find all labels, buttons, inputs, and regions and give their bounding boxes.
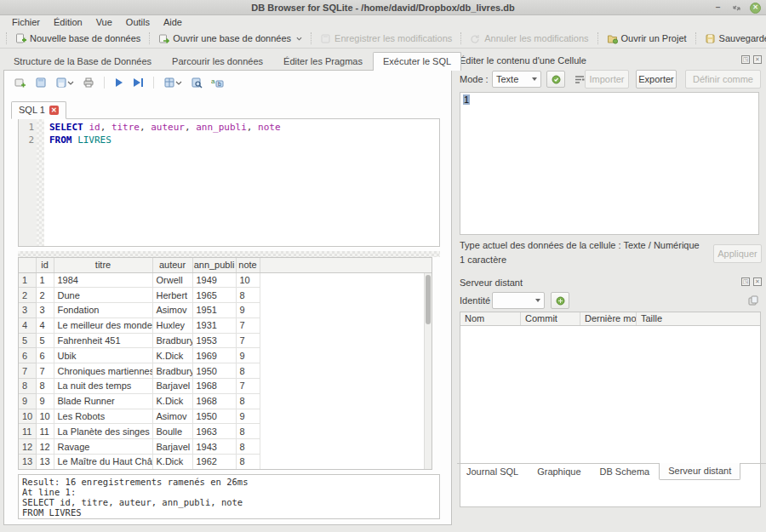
table-cell[interactable]: 8 [236,455,260,470]
table-cell[interactable]: 7 [236,317,260,333]
table-cell[interactable]: 8 [236,288,260,303]
table-row[interactable]: 77Chroniques martiennesBradbury19508 [19,363,432,379]
table-cell[interactable]: Bradbury [152,333,192,348]
table-cell[interactable]: Les Robots [54,409,152,424]
table-cell[interactable]: Dune [54,288,152,303]
row-number-cell[interactable]: 6 [19,348,36,363]
table-cell[interactable]: 6 [36,348,54,363]
tab-execute-sql[interactable]: Exécuter le SQL [373,52,461,71]
float-panel-icon[interactable]: ◳ [741,277,750,286]
row-number-cell[interactable]: 10 [19,409,36,424]
table-cell[interactable]: Boulle [152,424,192,439]
table-cell[interactable]: Ravage [54,439,152,455]
column-header-ann-publi[interactable]: ann_publi [192,258,236,272]
auto-switch-mode-button[interactable] [546,71,565,88]
table-row[interactable]: 55Fahrenheit 451Bradbury19537 [19,333,432,348]
save-results-icon[interactable] [163,77,182,89]
results-grid[interactable]: id titre auteur ann_publi note 111984Orw… [18,257,432,470]
table-cell[interactable]: 10 [36,409,54,424]
table-cell[interactable]: 1962 [192,455,236,470]
table-cell[interactable]: Huxley [152,317,192,333]
open-database-button[interactable]: Ouvrir une base de données [152,30,308,47]
column-header-id[interactable]: id [36,258,54,272]
table-cell[interactable]: 1965 [192,288,236,303]
sql-editor[interactable]: 12 SELECT id, titre, auteur, ann_publi, … [18,118,440,247]
table-cell[interactable]: Le meilleur des mondes [54,317,152,333]
sql-document-tab[interactable]: SQL 1 ✕ [11,101,66,119]
table-cell[interactable]: K.Dick [152,455,192,470]
table-cell[interactable]: 1968 [192,379,236,394]
table-row[interactable]: 1111La Planète des singesBoulle19638 [19,424,432,439]
minimize-button[interactable]: – [712,3,723,14]
table-cell[interactable]: 9 [36,393,54,409]
row-number-cell[interactable]: 12 [19,439,36,455]
table-cell[interactable]: 5 [36,333,54,348]
menu-outils[interactable]: Outils [119,15,157,29]
table-cell[interactable]: 9 [236,348,260,363]
table-cell[interactable]: 10 [236,272,260,288]
table-cell[interactable]: 1950 [192,409,236,424]
table-cell[interactable]: 3 [36,303,54,318]
table-cell[interactable]: Orwell [152,272,192,288]
close-panel-icon[interactable]: ✕ [753,55,762,64]
remote-col-taille[interactable]: Taille [637,312,760,325]
float-panel-icon[interactable]: ◳ [741,55,750,64]
table-cell[interactable]: 1969 [192,348,236,363]
table-cell[interactable]: 1931 [192,317,236,333]
table-cell[interactable]: 1984 [54,272,152,288]
table-cell[interactable]: 1963 [192,424,236,439]
table-cell[interactable]: La Planète des singes [54,424,152,439]
table-row[interactable]: 99Blade RunnerK.Dick19688 [19,393,432,409]
new-database-button[interactable]: Nouvelle base de données [9,30,146,47]
table-cell[interactable]: 9 [236,303,260,318]
column-header-note[interactable]: note [236,258,260,272]
row-number-header[interactable] [19,258,36,272]
tab-structure[interactable]: Structure de la Base de Données [3,52,162,71]
table-cell[interactable]: 7 [36,363,54,379]
scrollbar-thumb[interactable] [426,275,431,324]
table-row[interactable]: 111984Orwell194910 [19,272,432,288]
table-cell[interactable]: 8 [236,424,260,439]
menu-fichier[interactable]: Fichier [5,15,47,29]
table-cell[interactable]: Herbert [152,288,192,303]
editor-code[interactable]: SELECT id, titre, auteur, ann_publi, not… [44,119,439,246]
find-replace-icon[interactable] [191,77,203,89]
restore-button[interactable] [731,3,742,14]
table-cell[interactable]: 1951 [192,303,236,318]
table-cell[interactable]: 1943 [192,439,236,455]
open-sql-file-icon[interactable] [35,77,47,89]
table-cell[interactable]: Blade Runner [54,393,152,409]
table-cell[interactable]: Bradbury [152,363,192,379]
identity-select[interactable] [492,292,545,309]
table-cell[interactable]: 8 [236,363,260,379]
menu-aide[interactable]: Aide [157,15,189,29]
table-cell[interactable]: 4 [36,317,54,333]
menu-edition[interactable]: Édition [47,15,89,29]
table-cell[interactable]: Le Maître du Haut Château [54,455,152,470]
remote-col-modific[interactable]: Dernière modific [580,312,637,325]
tab-serveur-distant[interactable]: Serveur distant [659,463,740,480]
row-number-cell[interactable]: 3 [19,303,36,318]
remote-col-nom[interactable]: Nom [460,312,521,325]
table-cell[interactable]: 1949 [192,272,236,288]
execution-log[interactable]: Result: 16 enregistrements ramenés en 26… [18,474,440,519]
table-cell[interactable]: Fondation [54,303,152,318]
auto-complete-icon[interactable]: ab [211,77,224,89]
row-number-cell[interactable]: 5 [19,333,36,348]
row-number-cell[interactable]: 2 [19,288,36,303]
table-cell[interactable]: Asimov [152,409,192,424]
results-vertical-scrollbar[interactable] [424,273,432,469]
tab-db-schema[interactable]: DB Schema [591,464,660,481]
mode-select[interactable]: Texte [492,71,541,88]
table-cell[interactable]: 2 [36,288,54,303]
table-row[interactable]: 33FondationAsimov19519 [19,303,432,318]
table-row[interactable]: 1010Les RobotsAsimov19509 [19,409,432,424]
table-row[interactable]: 66UbikK.Dick19699 [19,348,432,363]
row-number-cell[interactable]: 4 [19,317,36,333]
table-cell[interactable]: K.Dick [152,393,192,409]
table-row[interactable]: 22DuneHerbert19658 [19,288,432,303]
table-cell[interactable]: 1950 [192,363,236,379]
table-cell[interactable]: 7 [236,333,260,348]
column-header-auteur[interactable]: auteur [152,258,192,272]
table-cell[interactable]: 7 [236,379,260,394]
